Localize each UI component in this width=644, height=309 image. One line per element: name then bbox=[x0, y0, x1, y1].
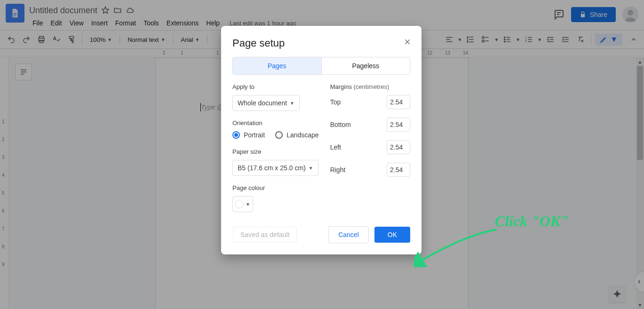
orientation-portrait-radio[interactable]: Portrait bbox=[232, 131, 265, 139]
dialog-title: Page setup bbox=[232, 37, 410, 49]
close-button[interactable] bbox=[402, 36, 413, 48]
orientation-landscape-radio[interactable]: Landscape bbox=[275, 131, 319, 139]
margin-top-label: Top bbox=[330, 98, 341, 106]
orientation-label: Orientation bbox=[232, 119, 319, 127]
apply-to-dropdown[interactable]: Whole document▼ bbox=[232, 95, 300, 111]
close-icon bbox=[404, 38, 411, 46]
margin-top-input[interactable] bbox=[387, 95, 410, 109]
margin-left-input[interactable] bbox=[387, 140, 410, 154]
margins-label: Margins (centimetres) bbox=[330, 83, 410, 90]
tab-pages[interactable]: Pages bbox=[233, 57, 321, 74]
mode-segmented-control: Pages Pageless bbox=[232, 57, 410, 75]
radio-dot-icon bbox=[232, 131, 240, 139]
colour-swatch bbox=[235, 200, 244, 208]
paper-size-label: Paper size bbox=[232, 148, 319, 155]
set-default-button[interactable]: Saved as default bbox=[232, 226, 297, 243]
margin-bottom-label: Bottom bbox=[330, 121, 351, 128]
paper-size-dropdown[interactable]: B5 (17.6 cm x 25.0 cm)▼ bbox=[232, 160, 318, 176]
margin-right-input[interactable] bbox=[387, 163, 410, 177]
cancel-button[interactable]: Cancel bbox=[328, 226, 369, 243]
page-colour-label: Page colour bbox=[232, 184, 319, 191]
margin-bottom-input[interactable] bbox=[387, 118, 410, 132]
annotation-text: Click "OK" bbox=[495, 213, 569, 230]
margin-left-label: Left bbox=[330, 143, 341, 151]
ok-button[interactable]: OK bbox=[374, 227, 410, 243]
page-colour-dropdown[interactable]: ▼ bbox=[232, 196, 253, 212]
radio-dot-icon bbox=[275, 131, 283, 139]
margin-right-label: Right bbox=[330, 166, 346, 174]
page-setup-dialog: Page setup Pages Pageless Apply to Whole… bbox=[221, 26, 421, 254]
apply-to-label: Apply to bbox=[232, 83, 319, 90]
tab-pageless[interactable]: Pageless bbox=[321, 57, 410, 74]
